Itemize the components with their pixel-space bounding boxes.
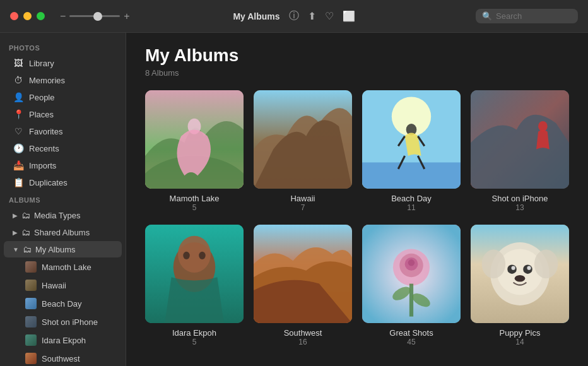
my-albums-folder-icon: 🗂	[23, 244, 32, 254]
album-count: 13	[515, 203, 524, 212]
sidebar-item-recents[interactable]: 🕐 Recents	[4, 140, 122, 156]
sidebar-item-hawaii[interactable]: Hawaii	[4, 276, 122, 294]
album-item-mamoth-lake[interactable]: Mamoth Lake 5	[145, 90, 244, 212]
zoom-thumb[interactable]	[93, 12, 102, 21]
album-item-idara-ekpoh[interactable]: Idara Ekpoh 5	[145, 225, 244, 346]
svg-point-18	[199, 252, 205, 259]
favorites-icon: ♡	[13, 126, 24, 136]
sidebar-group-label: Media Types	[34, 211, 80, 220]
window-title: My Albums	[233, 11, 279, 21]
people-icon: 👤	[13, 92, 24, 102]
info-icon[interactable]: ⓘ	[289, 9, 299, 23]
sidebar-item-label: Library	[29, 59, 54, 68]
zoom-track[interactable]	[69, 15, 120, 17]
duplicates-icon: 📋	[13, 177, 24, 187]
album-item-great-shots[interactable]: Great Shots 45	[362, 225, 461, 346]
sidebar-item-label: Favorites	[29, 127, 62, 136]
idara-thumb	[25, 334, 37, 346]
sidebar-item-label: Recents	[29, 144, 59, 153]
sidebar-item-imports[interactable]: 📥 Imports	[4, 157, 122, 174]
sidebar-item-shot-on-iphone[interactable]: Shot on iPhone	[4, 313, 122, 331]
heart-icon[interactable]: ♡	[325, 10, 334, 22]
chevron-down-icon: ▼	[13, 246, 19, 253]
photos-section-label: Photos	[0, 39, 126, 54]
album-count: 8 Albums	[145, 68, 569, 78]
close-button[interactable]	[10, 12, 18, 20]
album-count: 14	[515, 338, 524, 346]
sidebar-item-label: Shot on iPhone	[42, 317, 98, 327]
fullscreen-button[interactable]	[37, 12, 45, 20]
sidebar-group-my-albums[interactable]: ▼ 🗂 My Albums	[4, 241, 122, 257]
traffic-lights	[10, 12, 45, 20]
sidebar-item-label: Southwest	[42, 354, 80, 363]
svg-point-16	[178, 236, 211, 273]
album-count: 11	[407, 203, 415, 212]
sidebar-item-people[interactable]: 👤 People	[4, 89, 122, 105]
sidebar-item-favorites[interactable]: ♡ Favorites	[4, 123, 122, 139]
toolbar-icons: ⓘ ⬆ ♡ ⬜	[289, 9, 355, 23]
albums-section-label: Albums	[0, 191, 126, 206]
sidebar-item-label: People	[29, 93, 54, 102]
search-icon: 🔍	[482, 11, 492, 21]
southwest-thumb	[25, 353, 37, 364]
sidebar-item-idara-ekpoh[interactable]: Idara Ekpoh	[4, 331, 122, 349]
sidebar-group-label: Shared Albums	[34, 228, 90, 237]
svg-point-37	[515, 275, 526, 281]
share-icon[interactable]: ⬆	[308, 10, 316, 22]
search-input[interactable]	[496, 11, 572, 21]
album-item-puppy-pics[interactable]: Puppy Pics 14	[471, 225, 569, 346]
zoom-out-button[interactable]: −	[60, 11, 66, 22]
slideshow-icon[interactable]: ⬜	[343, 10, 355, 22]
zoom-in-button[interactable]: +	[124, 11, 129, 22]
albums-grid: Mamoth Lake 5	[145, 90, 569, 346]
sidebar-item-places[interactable]: 📍 Places	[4, 106, 122, 122]
svg-point-36	[527, 266, 531, 270]
sidebar-item-label: Places	[29, 110, 54, 119]
sidebar-group-label: My Albums	[35, 245, 76, 254]
recents-icon: 🕐	[13, 143, 24, 153]
mamoth-thumb	[25, 261, 37, 273]
album-title: Great Shots	[389, 328, 433, 338]
hawaii-thumb	[25, 280, 37, 291]
svg-point-32	[534, 250, 558, 279]
album-count: 7	[301, 203, 305, 212]
album-title: Beach Day	[391, 194, 432, 203]
sidebar-item-label: Beach Day	[42, 299, 82, 309]
album-item-southwest[interactable]: Southwest 16	[254, 225, 352, 346]
sidebar-item-library[interactable]: 🖼 Library	[4, 55, 122, 71]
sidebar-item-label: Idara Ekpoh	[42, 336, 86, 345]
iphone-thumb	[25, 316, 37, 328]
beach-thumb	[25, 298, 37, 309]
page-title: My Albums	[145, 45, 569, 66]
svg-point-17	[183, 252, 189, 259]
zoom-slider: − +	[60, 11, 130, 22]
sidebar-item-mamoth-lake[interactable]: Mamoth Lake	[4, 258, 122, 276]
search-box[interactable]: 🔍	[476, 9, 578, 23]
sidebar-item-label: Mamoth Lake	[42, 263, 91, 272]
album-title: Puppy Pics	[499, 328, 540, 338]
sidebar-item-southwest[interactable]: Southwest	[4, 350, 122, 366]
album-item-hawaii[interactable]: Hawaii 7	[254, 90, 352, 212]
sidebar-item-label: Imports	[29, 161, 56, 170]
shared-folder-icon: 🗂	[21, 227, 30, 237]
sidebar-group-shared-albums[interactable]: ▶ 🗂 Shared Albums	[4, 224, 122, 240]
album-title: Mamoth Lake	[170, 194, 220, 203]
album-item-beach-day[interactable]: Beach Day 11	[362, 90, 461, 212]
sidebar-item-label: Duplicates	[29, 178, 68, 187]
sidebar-item-beach-day[interactable]: Beach Day	[4, 295, 122, 312]
chevron-right-icon: ▶	[13, 212, 18, 219]
album-count: 5	[192, 338, 197, 346]
album-item-shot-on-iphone[interactable]: Shot on iPhone 13	[471, 90, 569, 212]
album-count: 16	[298, 338, 307, 346]
sidebar-group-media-types[interactable]: ▶ 🗂 Media Types	[4, 207, 122, 223]
album-title: Hawaii	[290, 194, 315, 203]
library-icon: 🖼	[13, 58, 24, 68]
album-thumbnail-great-shots	[362, 225, 461, 323]
minimize-button[interactable]	[23, 12, 32, 20]
sidebar-item-duplicates[interactable]: 📋 Duplicates	[4, 174, 122, 191]
album-title: Southwest	[284, 328, 322, 338]
memories-icon: ⏱	[13, 75, 24, 85]
sidebar-item-memories[interactable]: ⏱ Memories	[4, 72, 122, 88]
album-title: Idara Ekpoh	[172, 328, 216, 338]
svg-point-30	[497, 249, 543, 295]
